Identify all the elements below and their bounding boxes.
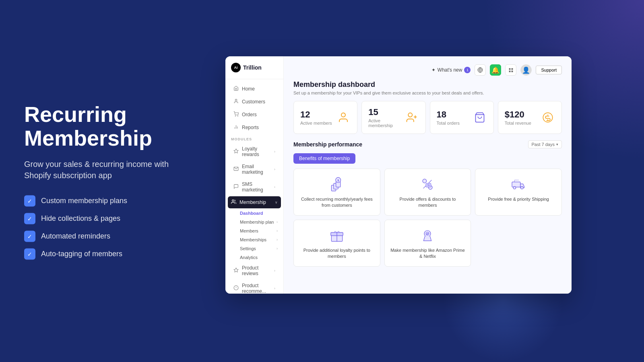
submenu-members[interactable]: Members ›	[225, 226, 283, 235]
svg-text:%: %	[427, 183, 430, 187]
sidebar-item-sms[interactable]: SMS marketing ›	[228, 179, 281, 195]
language-button[interactable]	[475, 64, 486, 76]
sidebar-item-customers[interactable]: Customers	[228, 96, 281, 108]
performance-title: Membership performance	[293, 141, 362, 148]
sidebar: Ai Trillion Home Customers Orders	[225, 56, 284, 294]
benefit-text-prime: Make membership like Amazon Prime & Netf…	[390, 247, 465, 260]
notification-button[interactable]: 🔔	[490, 64, 501, 76]
svg-marker-9	[234, 268, 238, 272]
gift-icon	[328, 226, 346, 244]
submenu-dashboard[interactable]: Dashboard	[225, 209, 283, 218]
support-button[interactable]: Support	[536, 66, 562, 74]
submenu-settings[interactable]: Settings ›	[225, 244, 283, 253]
feature-item: ✓ Automated reminders	[24, 230, 197, 242]
reviews-icon	[233, 267, 239, 274]
sidebar-item-product-rec[interactable]: Product recomme... ›	[228, 280, 281, 294]
recommend-icon	[233, 285, 239, 292]
reports-icon	[233, 124, 239, 131]
membership-icon	[231, 199, 236, 206]
app-window: Ai Trillion Home Customers Orders	[225, 56, 572, 294]
chevron-right-icon: ›	[274, 286, 275, 290]
check-icon: ✓	[24, 248, 35, 259]
check-icon: ✓	[24, 195, 35, 206]
subtitle: Grow your sales & recurring income with …	[24, 158, 197, 181]
performance-section: Membership performance Past 7 days ▾ Ben…	[293, 140, 562, 267]
check-icon: ✓	[24, 230, 35, 242]
check-icon: ✓	[24, 213, 35, 224]
total-orders-icon	[473, 110, 487, 125]
total-orders-label: Total orders	[437, 121, 460, 125]
benefits-grid: $ Collect recurring monthly/yearly fees …	[293, 169, 562, 267]
membership-submenu: Dashboard Membership plan › Members › Me…	[225, 209, 283, 262]
svg-point-2	[237, 116, 238, 116]
active-membership-number: 15	[368, 107, 405, 117]
whats-new-button[interactable]: ✦ What's new 1	[431, 67, 471, 73]
svg-point-20	[408, 113, 412, 117]
benefit-card-loyalty: Provide additional loyalty points to mem…	[293, 220, 380, 267]
active-membership-label: Active membership	[368, 118, 405, 128]
chevron-right-icon: ›	[277, 220, 278, 224]
sidebar-item-email[interactable]: Email marketing ›	[228, 161, 281, 178]
whats-new-badge: 1	[464, 67, 471, 73]
stat-card-active-membership: 15 Active membership	[361, 101, 425, 134]
email-icon	[233, 166, 239, 173]
sidebar-item-home[interactable]: Home	[228, 83, 281, 95]
coin-icon: $	[328, 175, 346, 193]
benefit-text-offers: Provide offers & discounts to members	[390, 196, 465, 209]
modules-label: MODULES	[225, 134, 283, 143]
chevron-right-icon: ›	[274, 185, 275, 189]
chevron-right-icon: ›	[277, 229, 278, 233]
sidebar-item-orders[interactable]: Orders	[228, 109, 281, 121]
sidebar-item-loyalty[interactable]: Loyalty rewards ›	[228, 143, 281, 160]
logo-text: Trillion	[243, 64, 262, 71]
grid-button[interactable]	[505, 64, 516, 76]
feature-list: ✓ Custom membership plans ✓ Hide collect…	[24, 195, 197, 259]
svg-point-1	[235, 116, 235, 116]
benefit-card-prime: Make membership like Amazon Prime & Netf…	[384, 220, 471, 267]
home-icon	[233, 86, 239, 92]
benefit-card-shipping: Provide free & priority Shipping	[475, 169, 562, 216]
svg-point-37	[513, 187, 516, 189]
active-membership-icon	[405, 110, 419, 125]
chevron-right-icon: ›	[274, 150, 275, 154]
sidebar-item-reports[interactable]: Reports	[228, 121, 281, 134]
svg-point-38	[521, 187, 523, 189]
svg-rect-36	[512, 182, 520, 187]
total-orders-number: 18	[437, 109, 460, 120]
svg-point-31	[423, 179, 427, 183]
svg-rect-18	[512, 70, 513, 72]
page-title: Membership dashboard	[293, 80, 562, 89]
svg-rect-16	[512, 68, 513, 70]
sidebar-item-membership[interactable]: Membership ∨	[228, 196, 281, 208]
badge-icon	[419, 226, 436, 244]
active-members-number: 12	[300, 109, 332, 120]
feature-item: ✓ Custom membership plans	[24, 195, 197, 206]
top-bar: ✦ What's new 1 🔔 👤 Support	[293, 64, 562, 76]
chevron-down-icon: ∨	[275, 200, 278, 204]
truck-icon	[510, 175, 527, 193]
submenu-memberships[interactable]: Memberships ›	[225, 235, 283, 244]
page-subtitle: Set up a membership for your VIPs and gi…	[293, 90, 562, 95]
svg-point-0	[235, 99, 237, 101]
tab-benefits[interactable]: Benefits of membership	[293, 153, 355, 164]
chevron-right-icon: ›	[277, 238, 278, 242]
period-selector[interactable]: Past 7 days ▾	[528, 140, 562, 148]
submenu-plan[interactable]: Membership plan ›	[225, 218, 283, 226]
sidebar-item-product-reviews[interactable]: Product reviews ›	[228, 262, 281, 279]
svg-text:$: $	[337, 179, 339, 182]
avatar[interactable]: 👤	[520, 64, 532, 76]
sparkle-icon: ✦	[431, 67, 436, 73]
submenu-analytics[interactable]: Analytics	[225, 253, 283, 262]
svg-marker-6	[234, 149, 238, 153]
logo-area: Ai Trillion	[225, 63, 283, 79]
benefit-text-recurring: Collect recurring monthly/yearly fees fr…	[299, 196, 374, 209]
percent-icon: %	[419, 175, 436, 193]
left-panel: Recurring Membership Grow your sales & r…	[24, 103, 197, 260]
tabs-row: Benefits of membership	[293, 153, 562, 164]
customers-icon	[233, 99, 239, 105]
chevron-right-icon: ›	[277, 247, 278, 251]
benefit-text-shipping: Provide free & priority Shipping	[488, 196, 549, 202]
stats-row: 12 Active members 15 Active membership	[293, 101, 562, 134]
chevron-right-icon: ›	[274, 269, 275, 273]
loyalty-icon	[233, 148, 239, 155]
